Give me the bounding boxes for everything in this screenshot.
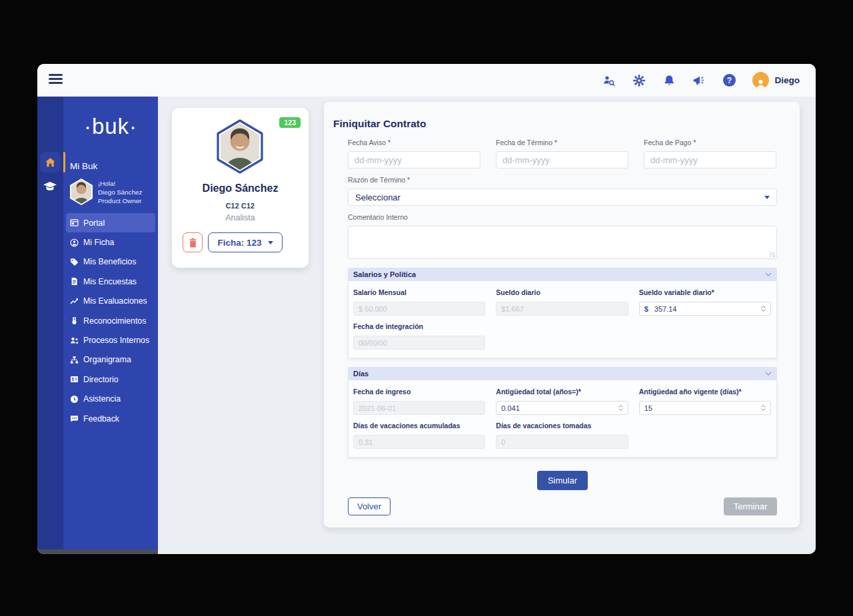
antiguedad-vigente-value: 15 bbox=[644, 404, 652, 412]
simular-button[interactable]: Simular bbox=[537, 471, 588, 490]
buk-logo: ·buk· bbox=[63, 114, 158, 139]
fecha-aviso-input[interactable] bbox=[348, 151, 480, 168]
megaphone-icon[interactable] bbox=[692, 74, 706, 87]
sidebar-item-label: Mi Ficha bbox=[83, 238, 114, 247]
people-flow-icon bbox=[70, 336, 79, 345]
status-badge: 123 bbox=[279, 117, 301, 128]
salarios-section-title: Salarios y Política bbox=[353, 270, 416, 278]
user-menu[interactable]: Diego bbox=[752, 72, 800, 89]
razon-termino-label: Razón de Término * bbox=[348, 176, 777, 184]
number-stepper[interactable] bbox=[761, 306, 766, 312]
sidebar-item-directorio[interactable]: Directorio bbox=[66, 370, 155, 389]
sidebar-user-block[interactable]: ¡Hola! Diego Sánchez Product Owner bbox=[69, 178, 142, 206]
finiquitar-card: Finiquitar Contrato Fecha Aviso * Fecha … bbox=[324, 102, 800, 527]
fecha-ingreso-label: Fecha de ingreso bbox=[353, 388, 485, 396]
number-stepper[interactable] bbox=[761, 405, 766, 411]
salario-mensual-label: Salario Mensual bbox=[353, 288, 485, 296]
home-icon[interactable] bbox=[40, 152, 61, 172]
fecha-pago-label: Fecha de Pago * bbox=[644, 139, 776, 147]
sidebar-item-mis-encuestas[interactable]: Mis Encuestas bbox=[66, 272, 155, 291]
person-search-icon[interactable] bbox=[602, 74, 616, 87]
sidebar-item-portal[interactable]: Portal bbox=[66, 213, 155, 232]
dias-section-title: Días bbox=[353, 370, 369, 378]
sidebar-item-label: Organigrama bbox=[83, 355, 131, 364]
fecha-pago-input[interactable] bbox=[644, 151, 776, 168]
sidebar-greeting: ¡Hola! bbox=[98, 179, 142, 188]
sueldo-diario-label: Sueldo diario bbox=[496, 288, 628, 296]
sueldo-diario-input: $1.667 bbox=[496, 302, 628, 316]
clock-icon bbox=[70, 395, 79, 404]
sueldo-variable-label: Sueldo variable diario* bbox=[639, 288, 771, 296]
gear-icon[interactable] bbox=[632, 74, 646, 87]
sidebar: ·buk· Mi Buk ¡Hola! Diego Sánchez Produc… bbox=[37, 97, 158, 549]
fecha-aviso-label: Fecha Aviso * bbox=[348, 139, 480, 147]
fecha-integracion-input: 00/00/00 bbox=[353, 336, 485, 350]
delete-button[interactable] bbox=[183, 232, 203, 252]
antiguedad-total-value: 0.041 bbox=[501, 404, 520, 412]
volver-button[interactable]: Volver bbox=[348, 497, 391, 515]
salarios-section: Salarios y Política Salario Mensual $ 50… bbox=[348, 268, 777, 358]
vacaciones-tomadas-input: 0 bbox=[496, 435, 628, 449]
sueldo-variable-input[interactable]: $357.14 bbox=[639, 302, 771, 316]
portal-icon bbox=[70, 218, 79, 227]
razon-termino-select[interactable]: Seleccionar bbox=[348, 188, 777, 206]
dias-section: Días Fecha de ingreso 2021-06-01 Antigüe… bbox=[348, 367, 777, 458]
help-glyph: ? bbox=[723, 74, 736, 87]
active-rail-indicator bbox=[63, 152, 65, 172]
sidebar-item-mi-ficha[interactable]: Mi Ficha bbox=[66, 232, 155, 252]
terminar-button[interactable]: Terminar bbox=[724, 497, 777, 515]
sidebar-item-procesos-internos[interactable]: Procesos Internos bbox=[66, 330, 155, 350]
sidebar-item-feedback[interactable]: Feedback bbox=[66, 409, 155, 428]
contact-card-icon bbox=[70, 375, 79, 384]
comentario-interno-label: Comentario Interno bbox=[348, 213, 777, 221]
sidebar-item-label: Asistencia bbox=[83, 394, 121, 404]
chevron-down-icon bbox=[765, 272, 772, 276]
profile-card: 123 Diego Sánchez C12 C12 Analista Ficha… bbox=[172, 108, 309, 268]
profile-name: Diego Sánchez bbox=[172, 182, 309, 194]
dias-section-header[interactable]: Días bbox=[348, 367, 777, 380]
fecha-termino-label: Fecha de Término * bbox=[496, 139, 628, 147]
vacaciones-acumuladas-input: 0.31 bbox=[353, 435, 485, 449]
medal-icon bbox=[70, 316, 79, 325]
chevron-down-icon bbox=[268, 241, 273, 244]
antiguedad-vigente-input[interactable]: 15 bbox=[639, 401, 771, 415]
chevron-down-icon bbox=[765, 372, 772, 376]
app-window: ? Diego ·buk· Mi Buk bbox=[37, 64, 816, 554]
sidebar-item-mis-beneficios[interactable]: Mis Beneficios bbox=[66, 252, 155, 272]
sidebar-item-reconocimientos[interactable]: Reconocimientos bbox=[66, 311, 155, 330]
profile-avatar bbox=[215, 119, 265, 177]
razon-termino-value: Seleccionar bbox=[355, 192, 401, 202]
antiguedad-total-input[interactable]: 0.041 bbox=[496, 401, 628, 415]
sidebar-item-mis-evaluaciones[interactable]: Mis Evaluaciones bbox=[66, 292, 155, 311]
vacaciones-tomadas-label: Días de vacaciones tomadas bbox=[496, 422, 628, 430]
sidebar-item-organigrama[interactable]: Organigrama bbox=[66, 350, 155, 370]
number-stepper[interactable] bbox=[618, 405, 623, 411]
antiguedad-vigente-label: Antigüedad año vigente (días)* bbox=[639, 388, 771, 396]
sidebar-panel: ·buk· Mi Buk ¡Hola! Diego Sánchez Produc… bbox=[63, 97, 158, 549]
ficha-dropdown[interactable]: Ficha: 123 bbox=[208, 232, 283, 252]
sidebar-item-asistencia[interactable]: Asistencia bbox=[66, 390, 155, 409]
horizontal-scrollbar[interactable] bbox=[37, 549, 158, 554]
sidebar-user-avatar bbox=[69, 178, 94, 206]
comentario-interno-textarea[interactable] bbox=[348, 226, 777, 259]
user-avatar bbox=[752, 72, 769, 89]
bell-icon[interactable] bbox=[662, 74, 676, 87]
help-icon[interactable]: ? bbox=[722, 74, 736, 87]
salarios-section-header[interactable]: Salarios y Política bbox=[348, 268, 777, 281]
vacaciones-acumuladas-label: Días de vacaciones acumuladas bbox=[353, 422, 485, 430]
currency-prefix: $ bbox=[644, 305, 648, 313]
org-chart-icon bbox=[70, 356, 79, 364]
salario-mensual-input: $ 50.000 bbox=[353, 302, 485, 316]
fecha-termino-input[interactable] bbox=[496, 151, 628, 168]
ficha-label: Ficha: 123 bbox=[217, 238, 261, 248]
sidebar-item-label: Mis Encuestas bbox=[83, 277, 137, 286]
sueldo-variable-value: 357.14 bbox=[654, 305, 677, 313]
fecha-ingreso-input: 2021-06-01 bbox=[353, 401, 485, 415]
graduation-cap-icon[interactable] bbox=[43, 180, 57, 192]
topbar-username: Diego bbox=[774, 75, 800, 85]
sidebar-item-label: Mis Evaluaciones bbox=[83, 296, 147, 306]
sidebar-user-role: Product Owner bbox=[98, 196, 142, 205]
sidebar-item-label: Mis Beneficios bbox=[83, 257, 136, 266]
antiguedad-total-label: Antigüedad total (años=)* bbox=[496, 388, 628, 396]
hamburger-menu-icon[interactable] bbox=[49, 74, 63, 86]
